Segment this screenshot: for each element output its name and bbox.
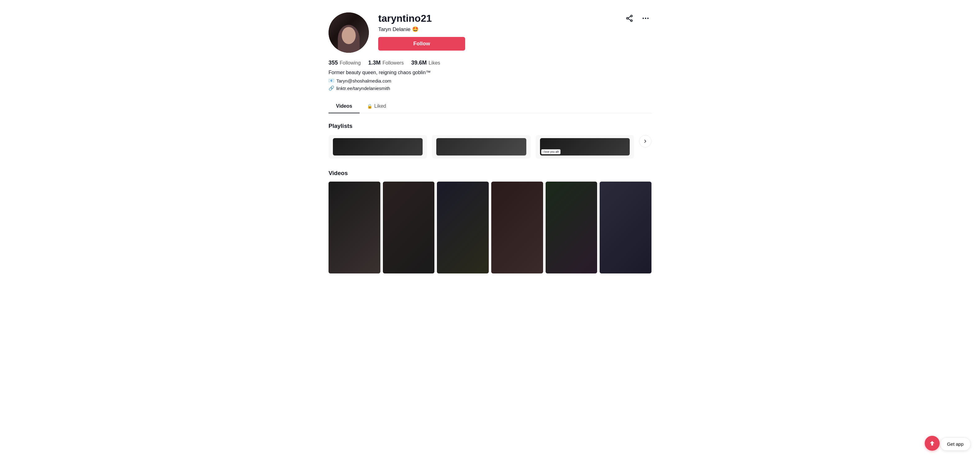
playlist-card-battle[interactable]: THE BATTLE 5 posts <box>329 135 427 159</box>
link-icon: 🔗 <box>329 86 334 91</box>
arrow-up-icon <box>929 440 935 447</box>
video-thumb-4[interactable] <box>491 182 543 273</box>
playlists-grid: THE BATTLE 5 posts The Heaven Receptioni… <box>329 135 651 159</box>
avatar <box>329 13 369 53</box>
following-count: 355 <box>329 60 338 66</box>
stats-row: 355 Following 1.3M Followers 39.6M Likes <box>329 60 651 66</box>
more-options-icon <box>641 14 650 22</box>
tab-liked[interactable]: 🔒 Liked <box>360 100 393 113</box>
display-name: Taryn Delanie 🤩 <box>378 26 651 33</box>
tab-videos[interactable]: Videos <box>329 100 360 113</box>
follow-button[interactable]: Follow <box>378 37 465 51</box>
followers-label: Followers <box>383 60 404 66</box>
playlist-thumb-battle <box>333 138 423 155</box>
get-app-button[interactable]: Get app <box>940 437 971 451</box>
video-thumb-2[interactable] <box>383 182 435 273</box>
likes-stat[interactable]: 39.6M Likes <box>411 60 440 66</box>
svg-line-3 <box>628 16 631 18</box>
profile-info: taryntino21 <box>378 13 651 51</box>
profile-link[interactable]: linktr.ee/taryndelaniesmith <box>336 86 390 91</box>
playlists-next-button[interactable] <box>639 135 651 148</box>
email-address: Taryn@shoshalmedia.com <box>336 78 391 84</box>
love-label-overlay: I love you all! <box>541 149 561 154</box>
likes-count: 39.6M <box>411 60 426 66</box>
following-label: Following <box>340 60 361 66</box>
tabs-bar: Videos 🔒 Liked <box>329 100 651 113</box>
lock-icon: 🔒 <box>367 104 372 109</box>
action-icons <box>624 13 651 24</box>
tab-liked-label: Liked <box>374 103 386 109</box>
username: taryntino21 <box>378 13 432 24</box>
email-row: 📧 Taryn@shoshalmedia.com <box>329 78 651 84</box>
videos-grid <box>329 182 651 273</box>
svg-point-6 <box>645 18 646 19</box>
email-icon: 📧 <box>329 78 334 84</box>
playlist-card-miss-ny[interactable]: I love you all! Miss New York! 28 posts <box>536 135 634 159</box>
playlists-section-title: Playlists <box>329 123 651 129</box>
video-thumb-6[interactable] <box>600 182 651 273</box>
videos-section-title: Videos <box>329 170 651 177</box>
svg-line-4 <box>628 19 631 20</box>
video-thumb-5[interactable] <box>546 182 597 273</box>
svg-point-7 <box>647 18 648 19</box>
svg-point-5 <box>643 18 644 19</box>
video-thumb-3[interactable] <box>437 182 489 273</box>
following-stat[interactable]: 355 Following <box>329 60 361 66</box>
chevron-right-icon <box>643 139 648 144</box>
followers-count: 1.3M <box>368 60 381 66</box>
likes-label: Likes <box>428 60 440 66</box>
bio: Former beauty queen, reigning chaos gobl… <box>329 70 651 75</box>
playlist-thumb-miss-ny: I love you all! <box>540 138 630 155</box>
followers-stat[interactable]: 1.3M Followers <box>368 60 404 66</box>
share-button[interactable] <box>624 13 635 24</box>
scroll-to-top-button[interactable] <box>925 436 940 451</box>
profile-header: taryntino21 <box>329 13 651 53</box>
video-thumb-1[interactable] <box>329 182 380 273</box>
link-row: 🔗 linktr.ee/taryndelaniesmith <box>329 86 651 91</box>
playlist-thumb-heaven <box>436 138 526 155</box>
playlist-card-heaven[interactable]: The Heaven Receptionist 35 posts <box>432 135 530 159</box>
tab-videos-label: Videos <box>336 103 352 109</box>
more-options-button[interactable] <box>640 13 651 24</box>
share-icon <box>625 14 633 22</box>
